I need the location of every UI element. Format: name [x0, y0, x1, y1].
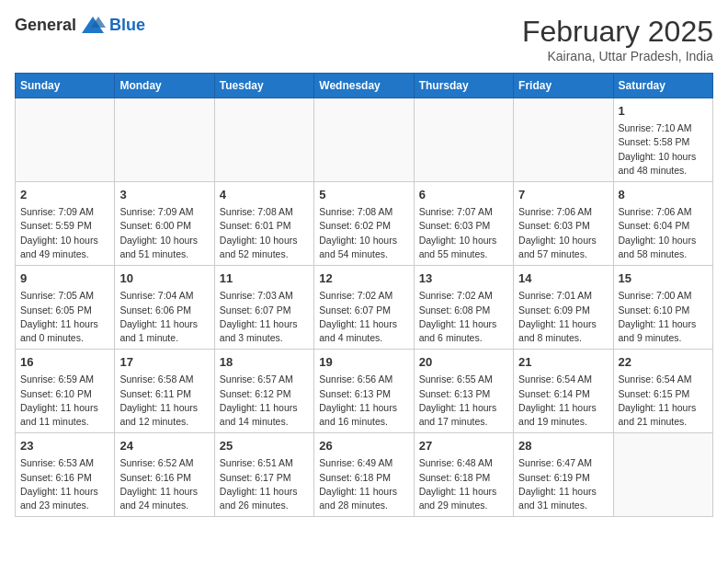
- day-number: 23: [20, 438, 109, 454]
- logo: General Blue: [15, 15, 145, 35]
- calendar-cell: 13Sunrise: 7:02 AM Sunset: 6:08 PM Dayli…: [414, 266, 513, 350]
- day-info: Sunrise: 7:02 AM Sunset: 6:08 PM Dayligh…: [419, 289, 508, 345]
- day-info: Sunrise: 6:56 AM Sunset: 6:13 PM Dayligh…: [319, 373, 408, 429]
- calendar-cell: 5Sunrise: 7:08 AM Sunset: 6:02 PM Daylig…: [314, 182, 414, 266]
- calendar-cell: 17Sunrise: 6:58 AM Sunset: 6:11 PM Dayli…: [115, 350, 214, 433]
- day-info: Sunrise: 7:02 AM Sunset: 6:07 PM Dayligh…: [319, 289, 408, 345]
- logo-icon: [80, 15, 106, 35]
- day-info: Sunrise: 7:09 AM Sunset: 5:59 PM Dayligh…: [20, 205, 109, 261]
- day-info: Sunrise: 6:54 AM Sunset: 6:15 PM Dayligh…: [619, 373, 708, 429]
- calendar-cell: 21Sunrise: 6:54 AM Sunset: 6:14 PM Dayli…: [514, 350, 613, 433]
- page-header: General Blue February 2025 Kairana, Utta…: [15, 15, 713, 63]
- day-number: 4: [220, 187, 309, 203]
- week-row-1: 2Sunrise: 7:09 AM Sunset: 5:59 PM Daylig…: [16, 182, 713, 266]
- day-number: 6: [419, 187, 508, 203]
- day-number: 22: [619, 354, 708, 371]
- calendar-cell: 18Sunrise: 6:57 AM Sunset: 6:12 PM Dayli…: [214, 350, 313, 433]
- day-info: Sunrise: 6:57 AM Sunset: 6:12 PM Dayligh…: [220, 373, 309, 429]
- calendar-cell: 2Sunrise: 7:09 AM Sunset: 5:59 PM Daylig…: [16, 182, 115, 266]
- week-row-0: 1Sunrise: 7:10 AM Sunset: 5:58 PM Daylig…: [16, 98, 713, 182]
- days-of-week-row: SundayMondayTuesdayWednesdayThursdayFrid…: [16, 74, 713, 98]
- day-number: 5: [319, 187, 408, 203]
- calendar-cell: 14Sunrise: 7:01 AM Sunset: 6:09 PM Dayli…: [514, 266, 613, 350]
- calendar-cell: 27Sunrise: 6:48 AM Sunset: 6:18 PM Dayli…: [414, 433, 513, 517]
- month-title: February 2025: [522, 15, 713, 49]
- calendar-cell: 8Sunrise: 7:06 AM Sunset: 6:04 PM Daylig…: [613, 182, 712, 266]
- calendar-cell: 19Sunrise: 6:56 AM Sunset: 6:13 PM Dayli…: [314, 350, 414, 433]
- day-info: Sunrise: 7:07 AM Sunset: 6:03 PM Dayligh…: [419, 205, 508, 261]
- day-info: Sunrise: 7:01 AM Sunset: 6:09 PM Dayligh…: [518, 289, 608, 345]
- day-number: 16: [20, 354, 109, 371]
- day-number: 21: [518, 354, 608, 371]
- day-number: 24: [119, 438, 209, 454]
- calendar-cell: 22Sunrise: 6:54 AM Sunset: 6:15 PM Dayli…: [613, 350, 712, 433]
- calendar-table: SundayMondayTuesdayWednesdayThursdayFrid…: [15, 73, 713, 517]
- day-number: 2: [20, 187, 109, 203]
- day-of-week-thursday: Thursday: [414, 74, 513, 98]
- calendar-cell: 1Sunrise: 7:10 AM Sunset: 5:58 PM Daylig…: [613, 98, 712, 182]
- calendar-cell: [314, 98, 414, 182]
- week-row-2: 9Sunrise: 7:05 AM Sunset: 6:05 PM Daylig…: [16, 266, 713, 350]
- day-number: 15: [619, 270, 708, 287]
- day-number: 9: [20, 270, 109, 287]
- day-info: Sunrise: 7:10 AM Sunset: 5:58 PM Dayligh…: [619, 121, 708, 178]
- title-block: February 2025 Kairana, Uttar Pradesh, In…: [522, 15, 713, 63]
- day-info: Sunrise: 6:48 AM Sunset: 6:18 PM Dayligh…: [419, 456, 508, 512]
- day-info: Sunrise: 7:08 AM Sunset: 6:01 PM Dayligh…: [220, 205, 309, 261]
- calendar-cell: 10Sunrise: 7:04 AM Sunset: 6:06 PM Dayli…: [115, 266, 214, 350]
- day-of-week-tuesday: Tuesday: [214, 74, 313, 98]
- calendar-cell: 3Sunrise: 7:09 AM Sunset: 6:00 PM Daylig…: [115, 182, 214, 266]
- day-number: 20: [419, 354, 508, 371]
- calendar-cell: 25Sunrise: 6:51 AM Sunset: 6:17 PM Dayli…: [214, 433, 313, 517]
- day-number: 11: [220, 270, 309, 287]
- day-info: Sunrise: 7:00 AM Sunset: 6:10 PM Dayligh…: [619, 289, 708, 345]
- logo-general: General: [15, 16, 76, 35]
- calendar-cell: 23Sunrise: 6:53 AM Sunset: 6:16 PM Dayli…: [16, 433, 115, 517]
- calendar-cell: 9Sunrise: 7:05 AM Sunset: 6:05 PM Daylig…: [16, 266, 115, 350]
- calendar-cell: 24Sunrise: 6:52 AM Sunset: 6:16 PM Dayli…: [115, 433, 214, 517]
- day-info: Sunrise: 7:03 AM Sunset: 6:07 PM Dayligh…: [220, 289, 309, 345]
- day-number: 26: [319, 438, 408, 454]
- calendar-cell: 26Sunrise: 6:49 AM Sunset: 6:18 PM Dayli…: [314, 433, 414, 517]
- calendar-cell: 28Sunrise: 6:47 AM Sunset: 6:19 PM Dayli…: [514, 433, 613, 517]
- calendar-cell: 16Sunrise: 6:59 AM Sunset: 6:10 PM Dayli…: [16, 350, 115, 433]
- calendar-cell: [414, 98, 513, 182]
- day-info: Sunrise: 7:08 AM Sunset: 6:02 PM Dayligh…: [319, 205, 408, 261]
- calendar-cell: 20Sunrise: 6:55 AM Sunset: 6:13 PM Dayli…: [414, 350, 513, 433]
- day-number: 14: [518, 270, 608, 287]
- day-number: 8: [619, 187, 708, 203]
- day-number: 25: [220, 438, 309, 454]
- day-number: 17: [119, 354, 209, 371]
- day-of-week-saturday: Saturday: [613, 74, 712, 98]
- day-number: 1: [619, 103, 708, 120]
- calendar-cell: [613, 433, 712, 517]
- calendar-cell: 4Sunrise: 7:08 AM Sunset: 6:01 PM Daylig…: [214, 182, 313, 266]
- day-info: Sunrise: 7:04 AM Sunset: 6:06 PM Dayligh…: [119, 289, 209, 345]
- day-number: 18: [220, 354, 309, 371]
- day-info: Sunrise: 7:09 AM Sunset: 6:00 PM Dayligh…: [119, 205, 209, 261]
- day-number: 12: [319, 270, 408, 287]
- day-of-week-friday: Friday: [514, 74, 613, 98]
- calendar-cell: [214, 98, 313, 182]
- day-of-week-monday: Monday: [115, 74, 214, 98]
- calendar-cell: 12Sunrise: 7:02 AM Sunset: 6:07 PM Dayli…: [314, 266, 414, 350]
- day-number: 19: [319, 354, 408, 371]
- day-of-week-sunday: Sunday: [16, 74, 115, 98]
- day-info: Sunrise: 6:53 AM Sunset: 6:16 PM Dayligh…: [20, 456, 109, 512]
- day-info: Sunrise: 6:49 AM Sunset: 6:18 PM Dayligh…: [319, 456, 408, 512]
- day-info: Sunrise: 7:06 AM Sunset: 6:03 PM Dayligh…: [518, 205, 608, 261]
- calendar-cell: [514, 98, 613, 182]
- calendar-cell: 7Sunrise: 7:06 AM Sunset: 6:03 PM Daylig…: [514, 182, 613, 266]
- calendar-cell: 15Sunrise: 7:00 AM Sunset: 6:10 PM Dayli…: [613, 266, 712, 350]
- day-number: 7: [518, 187, 608, 203]
- location: Kairana, Uttar Pradesh, India: [522, 49, 713, 63]
- calendar-cell: 6Sunrise: 7:07 AM Sunset: 6:03 PM Daylig…: [414, 182, 513, 266]
- day-info: Sunrise: 6:54 AM Sunset: 6:14 PM Dayligh…: [518, 373, 608, 429]
- calendar-cell: [115, 98, 214, 182]
- day-number: 13: [419, 270, 508, 287]
- day-info: Sunrise: 6:51 AM Sunset: 6:17 PM Dayligh…: [220, 456, 309, 512]
- week-row-4: 23Sunrise: 6:53 AM Sunset: 6:16 PM Dayli…: [16, 433, 713, 517]
- day-info: Sunrise: 6:59 AM Sunset: 6:10 PM Dayligh…: [20, 373, 109, 429]
- day-info: Sunrise: 6:55 AM Sunset: 6:13 PM Dayligh…: [419, 373, 508, 429]
- day-info: Sunrise: 7:05 AM Sunset: 6:05 PM Dayligh…: [20, 289, 109, 345]
